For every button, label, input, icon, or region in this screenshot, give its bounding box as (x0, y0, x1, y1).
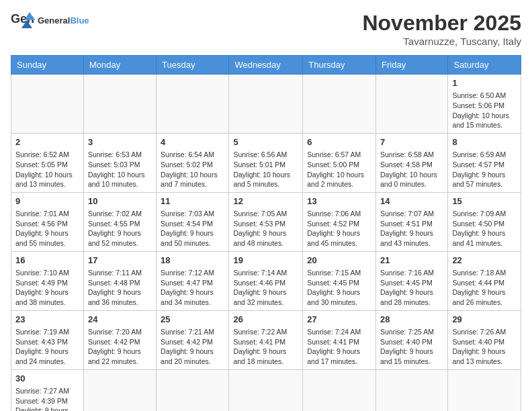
calendar-cell: 28Sunrise: 7:25 AM Sunset: 4:40 PM Dayli… (376, 310, 448, 369)
day-info: Sunrise: 6:57 AM Sunset: 5:00 PM Dayligh… (307, 150, 371, 189)
logo-general: General (38, 15, 70, 26)
month-year-title: November 2025 (362, 11, 521, 36)
calendar-cell: 5Sunrise: 6:56 AM Sunset: 5:01 PM Daylig… (229, 133, 303, 192)
day-info: Sunrise: 6:59 AM Sunset: 4:57 PM Dayligh… (452, 150, 517, 189)
day-number: 3 (88, 136, 152, 148)
day-info: Sunrise: 7:15 AM Sunset: 4:45 PM Dayligh… (307, 268, 371, 308)
calendar-week-row: 23Sunrise: 7:19 AM Sunset: 4:43 PM Dayli… (11, 310, 521, 369)
day-of-week-header: Monday (83, 56, 156, 75)
calendar-table: SundayMondayTuesdayWednesdayThursdayFrid… (11, 55, 521, 411)
day-info: Sunrise: 7:06 AM Sunset: 4:52 PM Dayligh… (307, 209, 371, 248)
calendar-cell (157, 75, 229, 134)
calendar-cell: 7Sunrise: 6:58 AM Sunset: 4:58 PM Daylig… (376, 133, 448, 192)
calendar-cell: 23Sunrise: 7:19 AM Sunset: 4:43 PM Dayli… (11, 310, 84, 369)
day-number: 4 (161, 136, 224, 148)
title-block: November 2025 Tavarnuzze, Tuscany, Italy (362, 11, 521, 47)
day-info: Sunrise: 6:53 AM Sunset: 5:03 PM Dayligh… (88, 150, 152, 189)
day-info: Sunrise: 6:56 AM Sunset: 5:01 PM Dayligh… (233, 150, 298, 189)
day-number: 7 (380, 136, 443, 148)
day-info: Sunrise: 7:03 AM Sunset: 4:54 PM Dayligh… (161, 209, 224, 248)
day-number: 18 (161, 255, 224, 267)
calendar-cell: 12Sunrise: 7:05 AM Sunset: 4:53 PM Dayli… (229, 192, 303, 251)
logo: General GeneralBlue (11, 11, 89, 31)
calendar-week-row: 1Sunrise: 6:50 AM Sunset: 5:06 PM Daylig… (11, 75, 521, 134)
day-info: Sunrise: 7:22 AM Sunset: 4:41 PM Dayligh… (233, 327, 298, 367)
day-info: Sunrise: 7:02 AM Sunset: 4:55 PM Dayligh… (88, 209, 152, 248)
calendar-cell: 24Sunrise: 7:20 AM Sunset: 4:42 PM Dayli… (83, 310, 156, 369)
day-info: Sunrise: 7:24 AM Sunset: 4:41 PM Dayligh… (307, 327, 371, 367)
day-info: Sunrise: 7:10 AM Sunset: 4:49 PM Dayligh… (15, 268, 79, 308)
calendar-week-row: 16Sunrise: 7:10 AM Sunset: 4:49 PM Dayli… (11, 251, 521, 310)
day-number: 9 (15, 195, 79, 208)
day-number: 20 (307, 255, 371, 267)
page-header: General GeneralBlue November 2025 Tavarn… (11, 11, 521, 47)
calendar-cell: 26Sunrise: 7:22 AM Sunset: 4:41 PM Dayli… (229, 310, 303, 369)
calendar-cell: 30Sunrise: 7:27 AM Sunset: 4:39 PM Dayli… (11, 369, 84, 411)
calendar-cell: 3Sunrise: 6:53 AM Sunset: 5:03 PM Daylig… (83, 133, 156, 192)
calendar-cell: 19Sunrise: 7:14 AM Sunset: 4:46 PM Dayli… (229, 251, 303, 310)
day-info: Sunrise: 7:25 AM Sunset: 4:40 PM Dayligh… (380, 327, 443, 367)
day-of-week-header: Friday (376, 56, 448, 75)
calendar-cell: 20Sunrise: 7:15 AM Sunset: 4:45 PM Dayli… (303, 251, 376, 310)
day-number: 8 (452, 136, 517, 148)
calendar-cell: 16Sunrise: 7:10 AM Sunset: 4:49 PM Dayli… (11, 251, 84, 310)
calendar-cell (157, 369, 229, 411)
day-number: 28 (380, 314, 443, 326)
day-number: 30 (15, 373, 79, 385)
calendar-cell: 6Sunrise: 6:57 AM Sunset: 5:00 PM Daylig… (303, 133, 376, 192)
day-number: 17 (88, 255, 152, 267)
day-number: 26 (233, 314, 298, 326)
day-of-week-header: Saturday (448, 56, 521, 75)
calendar-cell: 13Sunrise: 7:06 AM Sunset: 4:52 PM Dayli… (303, 192, 376, 251)
day-of-week-header: Wednesday (229, 56, 303, 75)
calendar-cell: 21Sunrise: 7:16 AM Sunset: 4:45 PM Dayli… (376, 251, 448, 310)
day-number: 1 (452, 77, 517, 89)
day-number: 6 (307, 136, 371, 148)
day-info: Sunrise: 6:58 AM Sunset: 4:58 PM Dayligh… (380, 150, 443, 189)
day-info: Sunrise: 6:50 AM Sunset: 5:06 PM Dayligh… (452, 91, 517, 130)
day-info: Sunrise: 7:20 AM Sunset: 4:42 PM Dayligh… (88, 327, 152, 367)
calendar-cell (376, 369, 448, 411)
day-info: Sunrise: 7:19 AM Sunset: 4:43 PM Dayligh… (15, 327, 79, 367)
calendar-cell (303, 369, 376, 411)
calendar-cell (303, 75, 376, 134)
day-number: 24 (88, 314, 152, 326)
logo-icon: General (11, 11, 35, 31)
day-number: 12 (233, 195, 298, 208)
calendar-week-row: 30Sunrise: 7:27 AM Sunset: 4:39 PM Dayli… (11, 369, 521, 411)
day-info: Sunrise: 6:52 AM Sunset: 5:05 PM Dayligh… (15, 150, 79, 189)
calendar-cell: 27Sunrise: 7:24 AM Sunset: 4:41 PM Dayli… (303, 310, 376, 369)
calendar-cell (11, 75, 84, 134)
day-number: 25 (161, 314, 224, 326)
day-info: Sunrise: 7:11 AM Sunset: 4:48 PM Dayligh… (88, 268, 152, 308)
day-info: Sunrise: 7:18 AM Sunset: 4:44 PM Dayligh… (452, 268, 517, 308)
calendar-cell: 15Sunrise: 7:09 AM Sunset: 4:50 PM Dayli… (448, 192, 521, 251)
day-info: Sunrise: 7:01 AM Sunset: 4:56 PM Dayligh… (15, 209, 79, 248)
day-number: 14 (380, 195, 443, 208)
day-number: 23 (15, 314, 79, 326)
location-subtitle: Tavarnuzze, Tuscany, Italy (362, 36, 521, 47)
day-number: 29 (452, 314, 517, 326)
calendar-week-row: 2Sunrise: 6:52 AM Sunset: 5:05 PM Daylig… (11, 133, 521, 192)
calendar-cell: 9Sunrise: 7:01 AM Sunset: 4:56 PM Daylig… (11, 192, 84, 251)
day-info: Sunrise: 7:09 AM Sunset: 4:50 PM Dayligh… (452, 209, 517, 248)
day-number: 15 (452, 195, 517, 208)
day-info: Sunrise: 7:27 AM Sunset: 4:39 PM Dayligh… (15, 386, 79, 411)
day-number: 2 (15, 136, 79, 148)
day-number: 5 (233, 136, 298, 148)
calendar-cell: 22Sunrise: 7:18 AM Sunset: 4:44 PM Dayli… (448, 251, 521, 310)
calendar-cell (229, 75, 303, 134)
calendar-cell (83, 75, 156, 134)
day-info: Sunrise: 7:05 AM Sunset: 4:53 PM Dayligh… (233, 209, 298, 248)
calendar-cell: 17Sunrise: 7:11 AM Sunset: 4:48 PM Dayli… (83, 251, 156, 310)
calendar-cell: 8Sunrise: 6:59 AM Sunset: 4:57 PM Daylig… (448, 133, 521, 192)
calendar-cell: 25Sunrise: 7:21 AM Sunset: 4:42 PM Dayli… (157, 310, 229, 369)
calendar-cell: 18Sunrise: 7:12 AM Sunset: 4:47 PM Dayli… (157, 251, 229, 310)
day-of-week-header: Tuesday (157, 56, 229, 75)
calendar-cell: 1Sunrise: 6:50 AM Sunset: 5:06 PM Daylig… (448, 75, 521, 134)
calendar-cell: 10Sunrise: 7:02 AM Sunset: 4:55 PM Dayli… (83, 192, 156, 251)
day-number: 22 (452, 255, 517, 267)
day-number: 19 (233, 255, 298, 267)
day-number: 13 (307, 195, 371, 208)
day-number: 10 (88, 195, 152, 208)
